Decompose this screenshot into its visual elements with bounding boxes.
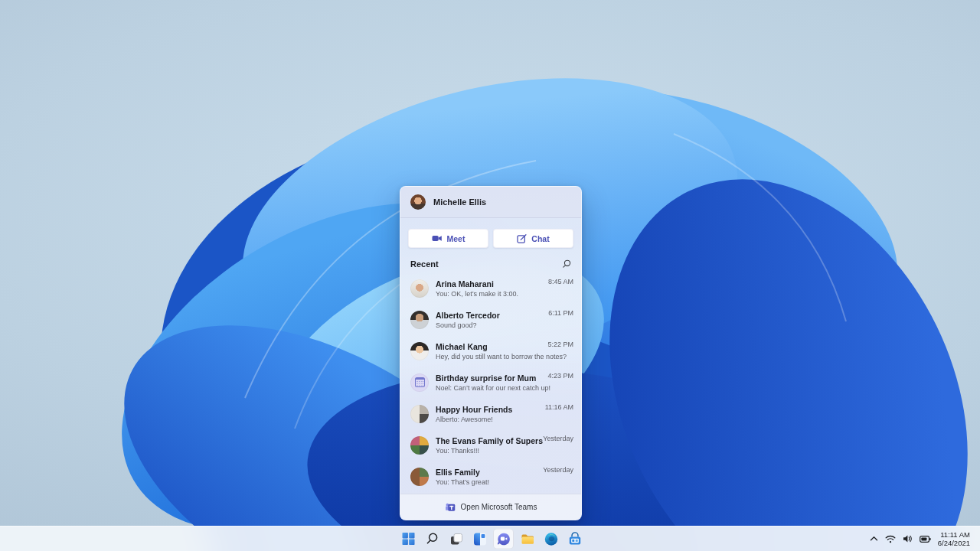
conversation-row[interactable]: The Evans Family of Supers You: Thanks!!…	[400, 429, 581, 461]
conversation-row[interactable]: Happy Hour Friends Alberto: Awesome! 11:…	[400, 398, 581, 429]
conversation-text: Birthday surprise for Mum Noel: Can’t wa…	[436, 373, 541, 392]
conversation-text: Ellis Family You: That’s great!	[436, 468, 536, 486]
clock[interactable]: 11:11 AM 6/24/2021	[938, 530, 970, 547]
teams-chat-flyout: Michelle Ellis Meet Chat Recent	[400, 186, 582, 520]
meet-button-label: Meet	[447, 234, 466, 243]
video-camera-icon	[432, 233, 443, 243]
task-view-icon	[449, 531, 464, 546]
conversation-avatar	[410, 405, 429, 423]
conversation-text: Michael Kang Hey, did you still want to …	[436, 342, 541, 360]
file-explorer-icon	[520, 531, 535, 546]
hidden-icons-button[interactable]	[870, 536, 878, 542]
battery-icon	[920, 535, 931, 543]
conversation-row[interactable]: Alberto Tercedor Sound good? 6:11 PM	[400, 304, 581, 335]
open-teams-label: Open Microsoft Teams	[461, 503, 537, 511]
conversation-avatar	[410, 311, 429, 329]
conversation-time: 4:23 PM	[547, 372, 573, 380]
conversation-name: Happy Hour Friends	[436, 405, 538, 414]
taskbar-center-icons	[398, 529, 585, 549]
conversation-name: Arina Maharani	[436, 279, 541, 289]
battery-button[interactable]	[920, 535, 931, 543]
open-teams-button[interactable]: Open Microsoft Teams	[400, 494, 581, 520]
conversation-preview: You: OK, let’s make it 3:00.	[436, 290, 541, 298]
conversation-name: The Evans Family of Supers	[436, 436, 536, 445]
conversation-preview: Sound good?	[436, 321, 541, 329]
start-button[interactable]	[398, 529, 419, 549]
chevron-up-icon	[870, 536, 878, 542]
conversation-time: 5:22 PM	[547, 341, 573, 348]
teams-logo-icon	[445, 502, 456, 513]
chat-button-label: Chat	[531, 234, 549, 243]
taskbar: 11:11 AM 6/24/2021	[0, 526, 980, 551]
conversation-preview: Hey, did you still want to borrow the no…	[436, 353, 541, 360]
conversation-preview: You: That’s great!	[436, 478, 536, 486]
wifi-icon	[885, 535, 896, 543]
compose-icon	[517, 233, 527, 243]
conversation-avatar	[410, 468, 429, 486]
conversation-time: Yesterday	[543, 466, 573, 474]
conversation-preview: You: Thanks!!!	[436, 447, 536, 455]
user-name: Michelle Ellis	[433, 197, 486, 207]
conversation-time: 6:11 PM	[548, 309, 573, 317]
conversation-name: Birthday surprise for Mum	[436, 373, 541, 383]
conversation-name: Alberto Tercedor	[436, 311, 541, 320]
action-row: Meet Chat	[400, 218, 581, 248]
conversation-preview: Alberto: Awesome!	[436, 416, 538, 423]
microsoft-store-icon	[567, 531, 583, 546]
speaker-icon	[903, 534, 913, 543]
conversation-text: Arina Maharani You: OK, let’s make it 3:…	[436, 279, 541, 298]
conversation-row[interactable]: Michael Kang Hey, did you still want to …	[400, 335, 581, 367]
conversation-text: Happy Hour Friends Alberto: Awesome!	[436, 405, 538, 423]
conversation-text: Alberto Tercedor Sound good?	[436, 311, 541, 329]
recent-row: Recent	[400, 248, 581, 272]
clock-time: 11:11 AM	[938, 530, 970, 539]
widgets-icon	[472, 531, 488, 546]
conversation-avatar	[410, 279, 429, 298]
store-button[interactable]	[564, 529, 585, 549]
meet-button[interactable]: Meet	[408, 229, 488, 248]
edge-button[interactable]	[541, 529, 561, 549]
chat-button-taskbar[interactable]	[493, 529, 514, 549]
teams-chat-icon	[496, 531, 511, 546]
conversation-avatar	[410, 342, 429, 360]
conversation-time: 8:45 AM	[548, 278, 573, 285]
search-icon[interactable]	[562, 259, 571, 269]
wifi-button[interactable]	[885, 535, 896, 543]
conversation-time: 11:16 AM	[545, 403, 573, 411]
volume-button[interactable]	[903, 534, 913, 543]
widgets-button[interactable]	[469, 529, 490, 549]
conversation-name: Michael Kang	[436, 342, 541, 351]
edge-icon	[544, 531, 559, 546]
conversation-row[interactable]: Birthday surprise for Mum Noel: Can’t wa…	[400, 367, 581, 398]
conversation-row[interactable]: Ellis Family You: That’s great! Yesterda…	[400, 461, 581, 492]
conversation-row[interactable]: Arina Maharani You: OK, let’s make it 3:…	[400, 272, 581, 304]
search-button[interactable]	[422, 529, 443, 549]
system-tray: 11:11 AM 6/24/2021	[864, 527, 980, 551]
file-explorer-button[interactable]	[517, 529, 537, 549]
clock-date: 6/24/2021	[938, 539, 970, 547]
flyout-header-profile[interactable]: Michelle Ellis	[400, 187, 581, 218]
conversation-avatar-calendar-icon	[410, 373, 429, 392]
conversation-avatar	[410, 436, 429, 455]
user-avatar	[410, 194, 426, 210]
conversation-preview: Noel: Can’t wait for our next catch up!	[436, 384, 541, 392]
conversation-name: Ellis Family	[436, 468, 536, 477]
chat-button[interactable]: Chat	[493, 229, 573, 248]
search-icon	[425, 532, 439, 546]
conversation-list: Arina Maharani You: OK, let’s make it 3:…	[400, 272, 581, 494]
recent-label: Recent	[410, 259, 439, 269]
task-view-button[interactable]	[446, 529, 466, 549]
conversation-time: Yesterday	[543, 435, 573, 442]
conversation-text: The Evans Family of Supers You: Thanks!!…	[436, 436, 536, 455]
windows-start-icon	[401, 532, 416, 546]
